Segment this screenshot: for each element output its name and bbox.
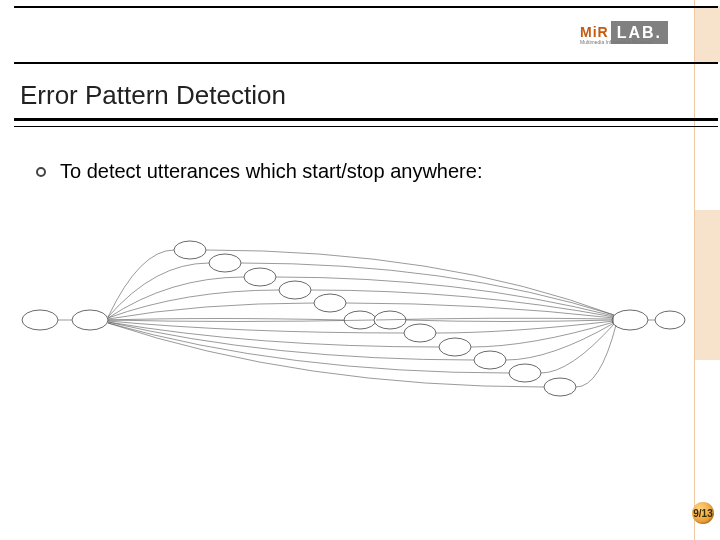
mir-lab-logo: MiR LAB. Multimedia Information Retrieva… (580, 10, 680, 54)
bullet-item: To detect utterances which start/stop an… (36, 160, 482, 183)
svg-point-4 (174, 241, 206, 259)
svg-point-1 (72, 310, 108, 330)
svg-point-6 (244, 268, 276, 286)
state-lattice-diagram (10, 225, 700, 415)
svg-point-11 (404, 324, 436, 342)
top-rule-2 (14, 62, 718, 64)
page-number-text: 9/13 (693, 508, 712, 519)
logo-subtitle: Multimedia Information Retrieval (580, 40, 652, 45)
svg-point-5 (209, 254, 241, 272)
page-number-badge: 9/13 (692, 502, 714, 524)
top-rule-1 (14, 6, 718, 8)
slide-title: Error Pattern Detection (20, 80, 286, 111)
svg-point-7 (279, 281, 311, 299)
svg-point-8 (314, 294, 346, 312)
bullet-text: To detect utterances which start/stop an… (60, 160, 482, 183)
title-rule-thin (14, 126, 718, 127)
svg-point-12 (439, 338, 471, 356)
logo-text-left: MiR (580, 24, 609, 40)
svg-point-2 (612, 310, 648, 330)
svg-point-14 (509, 364, 541, 382)
svg-point-3 (655, 311, 685, 329)
bullet-marker-icon (36, 167, 46, 177)
svg-point-13 (474, 351, 506, 369)
svg-point-15 (544, 378, 576, 396)
title-rule-thick (14, 118, 718, 121)
svg-point-0 (22, 310, 58, 330)
